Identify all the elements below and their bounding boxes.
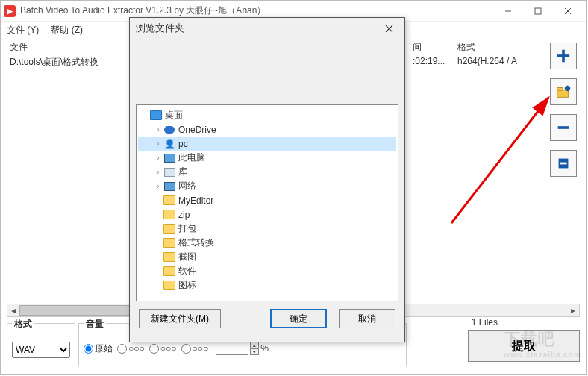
tree-item[interactable]: ›OneDrive <box>138 122 396 137</box>
folder-icon <box>163 195 175 206</box>
format-label: 格式 <box>12 318 34 330</box>
tree-item-label: 此电脑 <box>177 151 205 164</box>
cell-time: :02:19... <box>410 56 454 71</box>
tree-item-label: MyEditor <box>177 195 213 206</box>
svg-rect-7 <box>557 88 563 91</box>
percent-spinner[interactable]: ▴▾ <box>250 342 259 355</box>
extract-button[interactable]: 提取 <box>468 330 580 362</box>
add-file-button[interactable] <box>550 43 577 69</box>
tree-item[interactable]: 格式转换 <box>138 236 396 250</box>
tree-item[interactable]: 图标 <box>138 278 396 292</box>
files-count: 1 Files <box>472 317 498 328</box>
svg-rect-1 <box>535 8 541 14</box>
close-button[interactable] <box>553 1 583 21</box>
tree-item-label: 格式转换 <box>177 236 214 249</box>
tree-item-label: 软件 <box>177 265 196 278</box>
expand-icon[interactable]: › <box>154 182 162 190</box>
browse-folder-dialog: 浏览文件夹 桌面›OneDrive›pc›此电脑›库›网络MyEditorzip… <box>129 17 405 342</box>
minimize-button[interactable] <box>493 1 523 21</box>
scroll-right-icon[interactable]: ▸ <box>567 304 579 316</box>
tree-item[interactable]: ›网络 <box>138 179 396 193</box>
add-folder-button[interactable] <box>550 78 577 105</box>
remove-button[interactable] <box>550 114 577 141</box>
tree-item[interactable]: ›此电脑 <box>138 151 396 165</box>
menu-help[interactable]: 帮助 (Z) <box>51 24 83 37</box>
side-toolbar <box>550 43 577 177</box>
folder-icon <box>163 266 175 277</box>
percent-field: ▴▾ % <box>216 342 269 355</box>
tree-item-label: pc <box>177 139 188 149</box>
monitor-icon <box>163 181 175 192</box>
tree-item-label: 网络 <box>177 180 196 192</box>
dialog-title: 浏览文件夹 <box>136 22 379 35</box>
ok-button[interactable]: 确定 <box>270 309 327 328</box>
folder-blue-icon <box>150 110 162 121</box>
expand-icon[interactable]: › <box>154 154 162 162</box>
person-icon <box>163 139 175 149</box>
app-icon: ▶ <box>4 5 16 17</box>
tree-item-label: 图标 <box>177 279 196 292</box>
radio-opt4[interactable]: ○○○ <box>181 342 209 355</box>
percent-input[interactable] <box>216 342 248 355</box>
tree-item-label: 库 <box>177 166 187 178</box>
tree-item[interactable]: MyEditor <box>138 193 396 207</box>
expand-icon[interactable]: › <box>154 125 162 134</box>
percent-symbol: % <box>260 343 269 354</box>
col-time: 间 <box>410 41 454 56</box>
clear-button[interactable] <box>550 150 577 177</box>
maximize-button[interactable] <box>523 1 553 21</box>
drive-icon <box>163 167 175 178</box>
main-window: ▶ Batch Video To Audio Extractor V1.2.3 … <box>0 0 587 375</box>
tree-item[interactable]: zip <box>138 207 396 222</box>
tree-item-label: zip <box>177 210 190 220</box>
radio-opt3[interactable]: ○○○ <box>149 342 177 355</box>
folder-icon <box>163 252 175 263</box>
expand-icon[interactable]: › <box>154 168 162 176</box>
format-group: 格式 WAV <box>7 323 75 366</box>
tree-item[interactable]: 桌面 <box>138 108 396 122</box>
folder-tree[interactable]: 桌面›OneDrive›pc›此电脑›库›网络MyEditorzip打包格式转换… <box>136 104 398 301</box>
monitor-icon <box>163 153 175 163</box>
expand-icon[interactable]: › <box>154 140 162 148</box>
tree-item-label: 桌面 <box>163 109 183 122</box>
tree-item-label: 截图 <box>177 251 196 263</box>
radio-original[interactable]: 原始 <box>84 342 113 355</box>
format-select[interactable]: WAV <box>12 342 70 358</box>
cloud-icon <box>163 125 175 135</box>
menu-file[interactable]: 文件 (Y) <box>7 24 39 37</box>
radio-opt2[interactable]: ○○○ <box>117 342 145 355</box>
scroll-left-icon[interactable]: ◂ <box>7 304 19 316</box>
folder-icon <box>163 224 175 234</box>
tree-item[interactable]: ›pc <box>138 137 396 151</box>
tree-item[interactable]: ›库 <box>138 165 396 179</box>
dialog-titlebar: 浏览文件夹 <box>130 18 404 39</box>
folder-icon <box>163 210 175 220</box>
cancel-button[interactable]: 取消 <box>339 309 395 328</box>
window-title: Batch Video To Audio Extractor V1.2.3 by… <box>20 4 493 17</box>
folder-icon <box>163 238 175 248</box>
folder-icon <box>163 281 175 291</box>
new-folder-button[interactable]: 新建文件夹(M) <box>139 309 221 328</box>
volume-label: 音量 <box>84 318 106 330</box>
tree-item[interactable]: 软件 <box>138 264 396 278</box>
tree-item[interactable]: 截图 <box>138 250 396 264</box>
tree-item-label: 打包 <box>177 222 196 235</box>
tree-item[interactable]: 打包 <box>138 222 396 236</box>
dialog-close-button[interactable] <box>379 20 398 37</box>
tree-item-label: OneDrive <box>177 125 216 135</box>
